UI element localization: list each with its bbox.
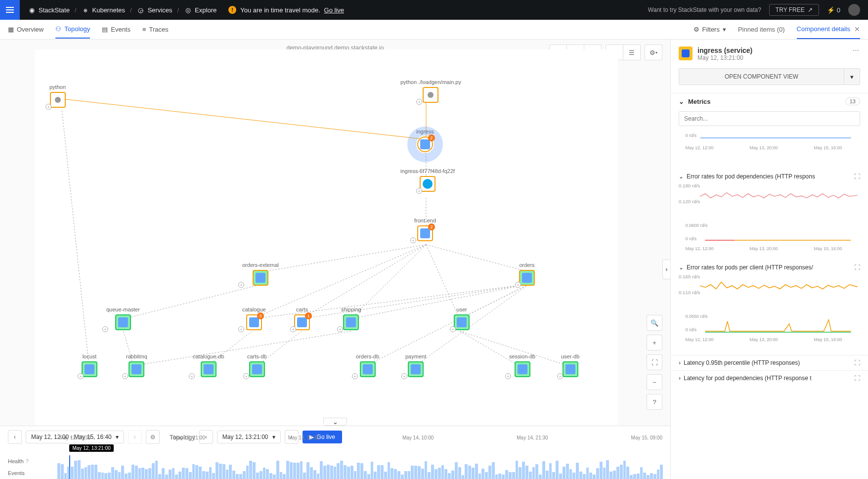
svg-line-13 [351, 284, 529, 319]
canvas-area[interactable]: demo-playground.demo.stackstate.io ⚡ ≯ ⚡… [0, 40, 670, 479]
svg-text:May 12, 12:00: May 12, 12:00 [686, 145, 714, 150]
svg-text:0.165 rd/s: 0.165 rd/s [679, 274, 700, 279]
node-shipping[interactable]: shipping + [341, 306, 361, 330]
zoom-search[interactable]: 🔍 [647, 315, 662, 331]
node-lococust[interactable]: locust+ [82, 353, 97, 377]
overview-icon: ▦ [8, 26, 14, 33]
svg-line-12 [302, 284, 529, 319]
timeline-toggle[interactable]: ⌄ [323, 418, 347, 426]
timeline-events-label: Events [8, 470, 57, 476]
node-orders-external[interactable]: orders-external + [242, 262, 279, 286]
timeline-prev[interactable]: ‹ [8, 430, 22, 444]
node-queue-master[interactable]: queue-master + [106, 306, 140, 330]
tab-events[interactable]: ▤Events [102, 20, 130, 39]
node-ingress[interactable]: ingress 2 [416, 129, 434, 152]
component-timestamp: May 12, 13:21:00 [697, 54, 752, 61]
filter-icon: ⚙ [694, 26, 699, 33]
node-catalogue[interactable]: catalogue 3 + [242, 306, 266, 330]
notifications[interactable]: ⚡0 [827, 6, 840, 14]
more-menu[interactable]: ⋯ [853, 46, 860, 54]
svg-line-20 [133, 331, 351, 366]
close-icon[interactable]: ✕ [854, 25, 860, 33]
chart-throughput: 0 rd/s May 12, 12:00 May 13, 20:00 May 1… [679, 132, 860, 163]
open-component-view-dropdown[interactable]: ▾ [844, 68, 860, 85]
explore-icon: ◎ [184, 6, 192, 14]
go-live-link[interactable]: Go live [324, 6, 344, 14]
node-ingress-pod[interactable]: ingress-6f77f48d-fq22f + [400, 168, 455, 192]
svg-text:0 rd/s: 0 rd/s [686, 236, 697, 241]
tool-settings[interactable]: ⚙▾ [645, 44, 662, 60]
expand-icon[interactable]: ⛶ [854, 173, 860, 180]
tab-traces[interactable]: ≡Traces [142, 20, 169, 39]
expand-icon[interactable]: ⛶ [854, 375, 860, 382]
timeline-marker: May 12, 13:21:00 [69, 444, 113, 452]
zoom-out[interactable]: − [647, 374, 662, 390]
svg-text:0 rd/s: 0 rd/s [686, 327, 697, 332]
zoom-help[interactable]: ? [647, 394, 662, 410]
svg-line-10 [124, 284, 262, 319]
notif-count: 0 [837, 6, 840, 14]
node-python[interactable]: python + [49, 84, 66, 108]
subnav: ▦Overview ⚇Topology ▤Events ≡Traces ⚙Fil… [0, 20, 868, 40]
collapse-panel-button[interactable]: › [662, 260, 670, 279]
pinned-items[interactable]: Pinned items (0) [738, 26, 785, 33]
svg-line-4 [262, 245, 426, 272]
help-icon[interactable]: ? [26, 458, 29, 464]
node-user-db[interactable]: user-db+ [561, 353, 579, 377]
tool-list[interactable]: ☰ [623, 44, 641, 60]
zoom-fit[interactable]: ⛶ [647, 354, 662, 370]
expand-icon[interactable]: ⛶ [854, 359, 860, 366]
metrics-section[interactable]: ⌄ Metrics 13 [671, 93, 868, 109]
breadcrumb-sep: / [130, 6, 132, 14]
bell-icon: ⚡ [827, 6, 835, 14]
latency-deps-row[interactable]: › Latency for pod dependencies (HTTP res… [671, 370, 868, 386]
node-rabbitmq[interactable]: rabbitmq+ [126, 353, 147, 377]
svg-text:0.0600 rd/s: 0.0600 rd/s [686, 223, 708, 228]
node-loadgen[interactable]: python ./loadgen/main.py + [400, 79, 461, 103]
breadcrumb-stackstate[interactable]: ◉StackState [28, 6, 70, 14]
latency-percentile-row[interactable]: › Latency 0.95th percentile (HTTP respon… [671, 355, 868, 370]
metrics-search-input[interactable] [679, 111, 860, 126]
expand-icon[interactable]: ⛶ [854, 264, 860, 271]
filters-button[interactable]: ⚙Filters▾ [694, 26, 726, 33]
chevron-right-icon: › [679, 375, 681, 382]
user-avatar[interactable] [848, 4, 860, 16]
node-session-db[interactable]: session-db+ [509, 353, 535, 377]
breadcrumb-explore[interactable]: ◎Explore [184, 6, 217, 14]
warning-icon: ! [228, 6, 236, 14]
services-icon: ◶ [137, 6, 145, 14]
timeline-health-label: Health? [8, 458, 57, 464]
topology-icon: ⚇ [55, 25, 61, 33]
svg-line-11 [252, 284, 529, 319]
component-icon [679, 46, 693, 60]
chart-error-client: ⌄Error rates for pods per client (HTTP r… [679, 264, 860, 345]
node-orders[interactable]: orders + [519, 262, 535, 286]
node-frontend[interactable]: front-end 2 + [414, 218, 436, 241]
tab-overview[interactable]: ▦Overview [8, 20, 43, 39]
open-component-view-button[interactable]: OPEN COMPONENT VIEW [679, 68, 844, 85]
node-carts-db[interactable]: carts-db+ [247, 353, 267, 377]
metrics-count: 13 [845, 97, 860, 105]
breadcrumb-services[interactable]: ◶Services [137, 6, 173, 14]
node-payment[interactable]: payment+ [405, 353, 426, 377]
svg-text:0.180 rd/s: 0.180 rd/s [679, 183, 700, 188]
timeline-chart[interactable]: Health? Events May 12, 13:21:00 [0, 455, 670, 479]
breadcrumb-sep: / [177, 6, 179, 14]
node-orders-db[interactable]: orders-db+ [356, 353, 379, 377]
svg-line-5 [426, 245, 529, 272]
chevron-down-icon: ⌄ [679, 98, 684, 105]
tab-topology[interactable]: ⚇Topology [55, 20, 90, 39]
svg-text:May 15, 16:00: May 15, 16:00 [814, 145, 842, 150]
node-carts[interactable]: carts 1 + [294, 306, 310, 330]
chart-error-deps: ⌄Error rates for pod dependencies (HTTP … [679, 173, 860, 254]
chevron-down-icon: ⌄ [679, 264, 684, 271]
svg-line-14 [460, 284, 529, 319]
try-free-button[interactable]: TRY FREE↗ [769, 4, 819, 16]
topology-graph[interactable]: python + python ./loadgen/main.py + ingr… [35, 49, 618, 435]
breadcrumb-kubernetes[interactable]: ⎈Kubernetes [82, 6, 126, 14]
node-user[interactable]: user + [454, 306, 470, 330]
tab-component-details[interactable]: Component details✕ [797, 20, 860, 39]
node-catalogue-db[interactable]: catalogue-db+ [193, 353, 224, 377]
menu-button[interactable] [0, 0, 20, 20]
zoom-in[interactable]: + [647, 335, 662, 350]
